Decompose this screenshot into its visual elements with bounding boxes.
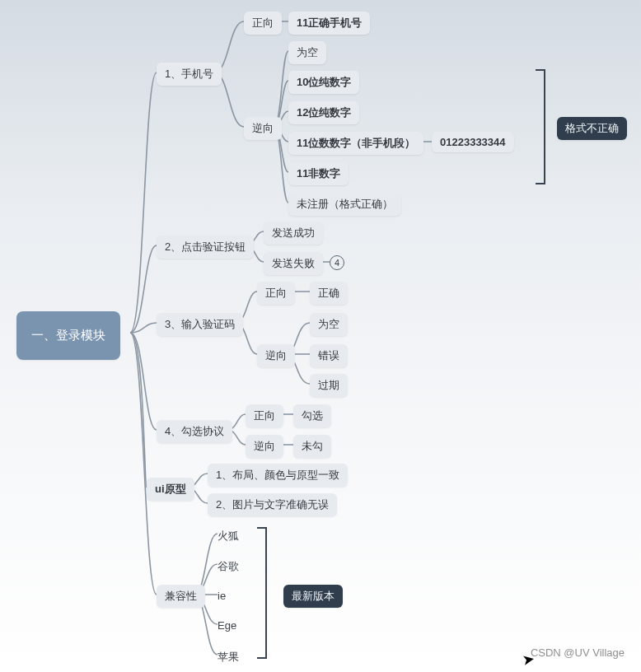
watermark: CSDN @UV Village <box>531 646 625 659</box>
node-compat[interactable]: 兼容性 <box>157 585 205 608</box>
node-agree-neg-val[interactable]: 未勾 <box>293 435 331 458</box>
node-phone-pos-case[interactable]: 11正确手机号 <box>288 12 370 35</box>
node-code[interactable]: 3、输入验证码 <box>157 313 243 336</box>
node-verify-ok[interactable]: 发送成功 <box>264 222 323 245</box>
node-code-pos[interactable]: 正向 <box>257 282 295 305</box>
node-phone-neg-example[interactable]: 01223333344 <box>432 132 514 152</box>
node-compat-note[interactable]: 最新版本 <box>283 585 343 608</box>
node-phone-neg-12[interactable]: 12位纯数字 <box>288 101 359 124</box>
node-phone-neg-10[interactable]: 10位纯数字 <box>288 71 359 94</box>
node-verifybtn[interactable]: 2、点击验证按钮 <box>157 236 254 259</box>
node-phone-neg-11nonseg[interactable]: 11位数数字（非手机段） <box>288 132 423 155</box>
node-verify-fail[interactable]: 发送失败 <box>264 252 323 275</box>
node-phone-neg-empty[interactable]: 为空 <box>288 41 326 64</box>
node-compat-safari[interactable]: 苹果 <box>218 648 239 666</box>
node-agree-pos[interactable]: 正向 <box>246 404 283 427</box>
node-compat-edge[interactable]: Ege <box>218 618 236 633</box>
node-code-neg-empty[interactable]: 为空 <box>310 313 348 336</box>
node-phone-neg-nondigit[interactable]: 11非数字 <box>288 162 349 185</box>
node-compat-chrome[interactable]: 谷歌 <box>218 558 239 576</box>
node-agree-neg[interactable]: 逆向 <box>246 435 283 458</box>
node-ui-l2[interactable]: 2、图片与文字准确无误 <box>208 493 337 516</box>
node-phone-pos[interactable]: 正向 <box>244 12 282 35</box>
node-phone-summary[interactable]: 格式不正确 <box>557 117 627 140</box>
bracket-format <box>534 69 545 184</box>
root-node[interactable]: 一、登录模块 <box>16 311 120 360</box>
node-compat-ie[interactable]: ie <box>218 588 226 604</box>
node-phone-neg-unreg[interactable]: 未注册（格式正确） <box>288 193 401 216</box>
node-ui[interactable]: ui原型 <box>147 478 194 501</box>
node-phone[interactable]: 1、手机号 <box>157 63 222 86</box>
node-code-pos-ok[interactable]: 正确 <box>310 282 348 305</box>
node-phone-neg[interactable]: 逆向 <box>244 117 282 140</box>
node-agree[interactable]: 4、勾选协议 <box>157 420 232 443</box>
node-agree-pos-val[interactable]: 勾选 <box>293 404 331 427</box>
bracket-compat <box>255 527 267 659</box>
node-compat-firefox[interactable]: 火狐 <box>218 527 239 545</box>
node-ui-l1[interactable]: 1、布局、颜色与原型一致 <box>208 464 348 487</box>
badge-fail-count: 4 <box>330 255 344 270</box>
node-code-neg-expired[interactable]: 过期 <box>310 374 348 397</box>
node-code-neg-wrong[interactable]: 错误 <box>310 344 348 367</box>
node-code-neg[interactable]: 逆向 <box>257 344 295 367</box>
